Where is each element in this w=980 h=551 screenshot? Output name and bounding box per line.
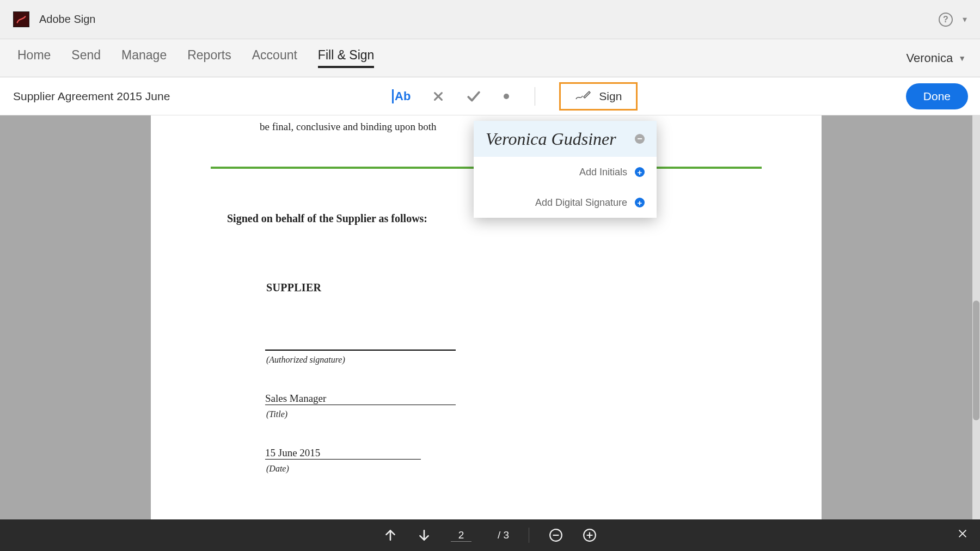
user-name: Veronica	[906, 51, 953, 65]
footer-divider	[529, 528, 529, 543]
date-caption: (Date)	[266, 464, 778, 474]
x-mark-tool-icon[interactable]	[432, 90, 444, 102]
zoom-out-button[interactable]	[549, 528, 563, 542]
signature-pen-icon	[575, 89, 591, 103]
check-mark-tool-icon[interactable]	[466, 89, 480, 103]
date-line[interactable]: 15 June 2015	[265, 446, 421, 460]
page-footer: / 3	[0, 519, 980, 551]
signature-caption: (Authorized signature)	[266, 355, 778, 365]
signature-preview: Veronica Gudsiner	[486, 129, 616, 149]
vertical-scrollbar[interactable]	[972, 115, 980, 519]
nav-bar: Home Send Manage Reports Account Fill & …	[0, 39, 980, 77]
text-tool-icon[interactable]: Ab	[392, 89, 411, 103]
page-number-input[interactable]	[451, 529, 471, 542]
help-icon[interactable]: ?	[939, 13, 953, 27]
add-digital-label: Add Digital Signature	[535, 197, 627, 209]
remove-signature-icon[interactable]: −	[635, 134, 645, 144]
adobe-sign-logo-icon	[13, 11, 29, 27]
done-button[interactable]: Done	[906, 83, 968, 109]
title-line[interactable]: Sales Manager	[265, 392, 456, 405]
title-value: Sales Manager	[265, 393, 326, 405]
tab-send[interactable]: Send	[71, 48, 101, 68]
tab-reports[interactable]: Reports	[187, 48, 231, 68]
plus-icon: +	[635, 198, 645, 207]
sign-button[interactable]: Sign	[559, 82, 638, 111]
add-initials-label: Add Initials	[579, 167, 627, 178]
page-down-button[interactable]	[417, 528, 431, 542]
tab-fill-and-sign[interactable]: Fill & Sign	[318, 48, 375, 68]
toolbar-divider	[535, 87, 535, 106]
scrollbar-thumb[interactable]	[973, 301, 979, 420]
date-value: 15 June 2015	[265, 447, 320, 459]
svg-point-0	[504, 94, 509, 99]
sign-dropdown: Veronica Gudsiner − Add Initials + Add D…	[474, 121, 657, 218]
tab-account[interactable]: Account	[252, 48, 297, 68]
signature-option[interactable]: Veronica Gudsiner −	[474, 121, 657, 157]
sign-button-label: Sign	[599, 90, 622, 103]
chevron-down-icon: ▼	[958, 54, 966, 63]
zoom-in-button[interactable]	[583, 528, 597, 542]
add-initials-option[interactable]: Add Initials +	[474, 157, 657, 187]
page-total: / 3	[498, 529, 509, 541]
document-canvas[interactable]: be final, conclusive and binding upon bo…	[0, 115, 980, 519]
app-name: Adobe Sign	[39, 13, 95, 26]
title-bar: Adobe Sign ? ▾	[0, 0, 980, 39]
dot-tool-icon[interactable]	[502, 92, 511, 101]
document-toolbar: Supplier Agreement 2015 June Ab Sign Don…	[0, 77, 980, 115]
close-footer-button[interactable]	[957, 528, 968, 542]
tab-manage[interactable]: Manage	[121, 48, 167, 68]
title-caption: (Title)	[266, 409, 778, 419]
app-menu-caret-icon[interactable]: ▾	[963, 14, 967, 25]
page-up-button[interactable]	[383, 528, 397, 542]
tab-home[interactable]: Home	[17, 48, 51, 68]
supplier-label: SUPPLIER	[266, 281, 778, 294]
signature-line[interactable]	[265, 340, 456, 351]
add-digital-signature-option[interactable]: Add Digital Signature +	[474, 187, 657, 218]
document-name: Supplier Agreement 2015 June	[13, 90, 170, 103]
user-menu[interactable]: Veronica ▼	[906, 51, 966, 65]
plus-icon: +	[635, 167, 645, 177]
